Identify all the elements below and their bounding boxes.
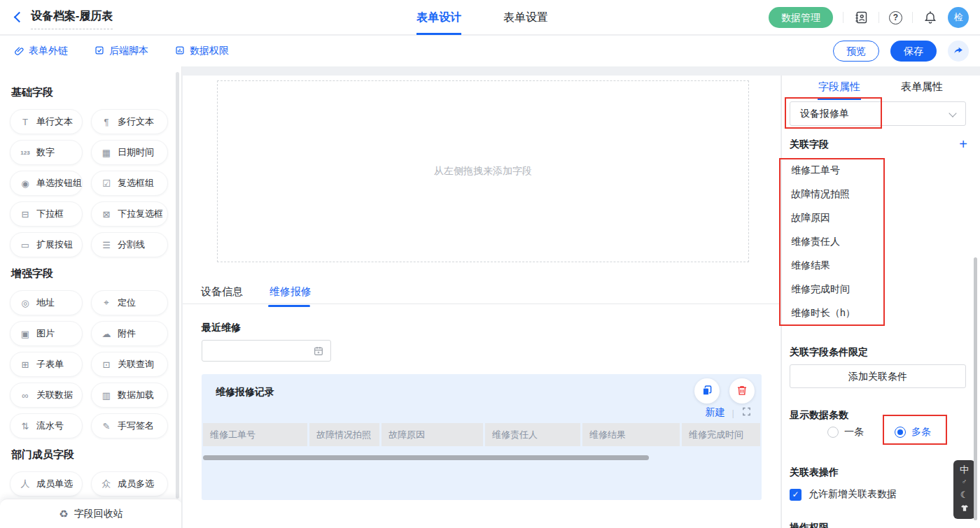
expand-icon[interactable] bbox=[741, 406, 752, 419]
panel-tabs: 字段属性 表单属性 bbox=[781, 80, 980, 100]
preview-button[interactable]: 预览 bbox=[833, 41, 879, 62]
back-icon[interactable] bbox=[13, 11, 24, 22]
save-button[interactable]: 保存 bbox=[890, 41, 937, 62]
bell-icon[interactable] bbox=[923, 10, 938, 25]
field-pill-label: 附件 bbox=[118, 327, 136, 340]
language-icon[interactable]: 中 bbox=[960, 465, 969, 474]
linked-field-item[interactable]: 维修工单号 bbox=[791, 164, 840, 177]
field-pill-single-line-text[interactable]: T单行文本 bbox=[10, 109, 83, 134]
link-icon[interactable]: ♂ bbox=[962, 478, 967, 485]
field-pill-member-multi[interactable]: 众成员多选 bbox=[91, 471, 168, 497]
add-condition-button[interactable]: 添加关联条件 bbox=[790, 364, 966, 388]
share-button[interactable] bbox=[948, 41, 969, 62]
linked-field-item[interactable]: 维修完成时间 bbox=[791, 283, 850, 296]
field-pill-label: 流水号 bbox=[36, 420, 64, 432]
field-pill-label: 单行文本 bbox=[36, 115, 73, 128]
field-pill-extend-button[interactable]: ▭扩展按钮 bbox=[10, 232, 83, 257]
subform-panel[interactable]: 维修报修记录 bbox=[202, 374, 762, 500]
field-pill-number[interactable]: 123数字 bbox=[10, 140, 83, 165]
field-pill-address[interactable]: ◎地址 bbox=[10, 290, 83, 315]
field-pill-divider-line[interactable]: ☰分割线 bbox=[91, 232, 168, 257]
tab-form-design[interactable]: 表单设计 bbox=[416, 0, 461, 35]
attachment-icon: ☁ bbox=[100, 329, 113, 339]
member-multi-icon: 众 bbox=[100, 478, 113, 490]
column-header[interactable]: 维修工单号 bbox=[203, 423, 307, 446]
field-pill-datetime[interactable]: ▦日期时间 bbox=[91, 140, 168, 165]
linked-field-item[interactable]: 维修责任人 bbox=[791, 236, 840, 248]
allow-add-checkbox-row[interactable]: ✓ 允许新增关联表数据 bbox=[790, 488, 897, 501]
field-pill-label: 图片 bbox=[36, 327, 55, 340]
field-pill-multi-dropdown[interactable]: ⊠下拉复选框 bbox=[91, 201, 168, 227]
subform-icon: ⊞ bbox=[19, 359, 31, 370]
tab-field-properties[interactable]: 字段属性 bbox=[818, 80, 860, 100]
divider-line-icon: ☰ bbox=[100, 240, 113, 250]
column-header[interactable]: 故障情况拍照 bbox=[309, 423, 379, 446]
avatar[interactable]: 检 bbox=[948, 7, 969, 28]
tab-form-settings[interactable]: 表单设置 bbox=[503, 0, 548, 35]
radio-one-record[interactable]: 一条 bbox=[827, 426, 864, 438]
drop-zone[interactable]: 从左侧拖拽来添加字段 bbox=[217, 80, 749, 262]
subform-horizontal-scrollbar[interactable] bbox=[203, 455, 649, 460]
field-recycle-bin[interactable]: ♻ 字段回收站 bbox=[0, 499, 182, 528]
help-icon[interactable]: ? bbox=[889, 11, 902, 24]
tab-form-properties[interactable]: 表单属性 bbox=[901, 80, 943, 100]
field-pill-location[interactable]: ⌖定位 bbox=[91, 290, 168, 315]
field-pill-checkbox-group[interactable]: ☑复选框组 bbox=[91, 171, 168, 196]
linked-data-icon: ∞ bbox=[19, 390, 31, 401]
divider bbox=[843, 12, 844, 23]
linked-field-item[interactable]: 维修结果 bbox=[791, 259, 830, 272]
properties-panel: 字段属性 表单属性 设备报修单 关联字段 + 维修工单号 故障情况拍照 故障原因… bbox=[781, 66, 980, 528]
linked-form-select[interactable]: 设备报修单 bbox=[790, 101, 966, 126]
field-pill-linked-data[interactable]: ∞关联数据 bbox=[10, 383, 83, 408]
linked-field-item[interactable]: 维修时长（h） bbox=[791, 307, 855, 320]
display-count-title: 显示数据条数 bbox=[790, 409, 848, 422]
add-linked-field-button[interactable]: + bbox=[959, 138, 967, 150]
field-pill-attachment[interactable]: ☁附件 bbox=[91, 321, 168, 346]
field-pill-member-single[interactable]: 人成员单选 bbox=[10, 471, 83, 497]
form-title[interactable]: 设备档案-履历表 bbox=[31, 9, 113, 29]
page-scrollbar[interactable] bbox=[974, 257, 977, 520]
field-pill-radio-group[interactable]: ◉单选按钮组 bbox=[10, 171, 83, 196]
copy-button[interactable] bbox=[694, 378, 720, 404]
column-header[interactable]: 故障原因 bbox=[382, 423, 483, 446]
extend-button-icon: ▭ bbox=[19, 240, 31, 250]
linked-field-item[interactable]: 故障情况拍照 bbox=[791, 188, 850, 201]
condition-title: 关联字段条件限定 bbox=[790, 346, 868, 359]
radio-icon-selected bbox=[895, 427, 906, 438]
backend-script-link[interactable]: 后端脚本 bbox=[94, 45, 148, 57]
toolbar-actions: 预览 保存 bbox=[833, 41, 969, 62]
form-external-link[interactable]: 表单外链 bbox=[14, 45, 68, 57]
field-pill-multi-line-text[interactable]: ¶多行文本 bbox=[91, 109, 168, 134]
field-pill-image[interactable]: ▣图片 bbox=[10, 321, 83, 346]
address-book-icon[interactable] bbox=[853, 10, 869, 25]
linked-fields-title: 关联字段 bbox=[790, 138, 829, 151]
field-pill-dropdown[interactable]: ⊟下拉框 bbox=[10, 201, 83, 227]
field-pill-data-load[interactable]: ▥数据加载 bbox=[91, 383, 168, 408]
delete-button[interactable] bbox=[729, 378, 755, 404]
dark-mode-icon[interactable]: ☾ bbox=[960, 490, 969, 499]
field-pill-label: 手写签名 bbox=[118, 420, 154, 432]
field-pill-linked-query[interactable]: ⊡关联查询 bbox=[91, 352, 168, 377]
new-record-link[interactable]: 新建 bbox=[706, 406, 725, 419]
checkbox-checked-icon[interactable]: ✓ bbox=[790, 489, 802, 501]
column-header[interactable]: 维修完成时间 bbox=[682, 423, 760, 446]
data-permission-link[interactable]: 数据权限 bbox=[175, 45, 229, 57]
subform-table-header: 维修工单号 故障情况拍照 故障原因 维修责任人 维修结果 维修完成时间 bbox=[203, 423, 760, 446]
linked-form-select-value: 设备报修单 bbox=[800, 108, 849, 119]
field-pill-label: 成员多选 bbox=[118, 478, 154, 490]
linked-field-item[interactable]: 故障原因 bbox=[791, 212, 830, 224]
data-manage-button[interactable]: 数据管理 bbox=[769, 7, 833, 28]
field-pill-subform[interactable]: ⊞子表单 bbox=[10, 352, 83, 377]
calendar-icon bbox=[313, 345, 324, 357]
image-icon: ▣ bbox=[19, 329, 31, 339]
sidebar-scrollbar[interactable] bbox=[176, 72, 179, 499]
field-pill-serial-number[interactable]: ⇅流水号 bbox=[10, 413, 83, 438]
recent-repair-date-input[interactable] bbox=[202, 340, 331, 362]
field-palette-sidebar: 基础字段 T单行文本 ¶多行文本 123数字 ▦日期时间 ◉单选按钮组 ☑复选框… bbox=[0, 66, 182, 528]
column-header[interactable]: 维修责任人 bbox=[485, 423, 580, 446]
form-external-link-label: 表单外链 bbox=[29, 45, 68, 57]
theme-shirt-icon[interactable] bbox=[960, 504, 969, 514]
column-header[interactable]: 维修结果 bbox=[582, 423, 680, 446]
field-pill-signature[interactable]: ✎手写签名 bbox=[91, 413, 168, 438]
radio-multiple-records[interactable]: 多条 bbox=[895, 426, 931, 438]
